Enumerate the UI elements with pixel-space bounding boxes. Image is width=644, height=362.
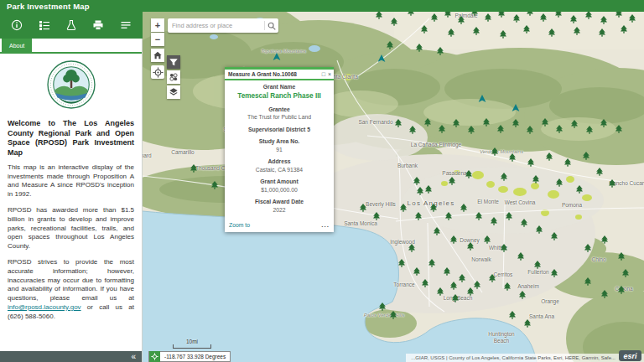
search-input[interactable] — [168, 22, 264, 29]
grant-marker-tree-icon[interactable] — [523, 25, 530, 34]
grant-marker-tree-icon[interactable] — [629, 14, 636, 23]
grant-marker-tree-icon[interactable] — [421, 25, 428, 34]
grant-marker-tree-icon[interactable] — [497, 125, 504, 133]
grant-marker-tree-icon[interactable] — [474, 281, 480, 289]
grant-marker-teal-icon[interactable] — [378, 54, 386, 62]
grant-marker-tree-icon[interactable] — [504, 282, 511, 291]
grant-marker-tree-icon[interactable] — [373, 212, 380, 220]
grant-marker-tree-icon[interactable] — [398, 259, 405, 267]
grant-marker-tree-icon[interactable] — [506, 212, 512, 220]
popup-zoom-to-link[interactable]: Zoom to — [229, 222, 250, 228]
grant-marker-tree-icon[interactable] — [551, 232, 558, 240]
grant-marker-tree-icon[interactable] — [498, 12, 505, 18]
grant-marker-tree-icon[interactable] — [548, 28, 555, 37]
grant-marker-tree-icon[interactable] — [431, 13, 438, 22]
grant-marker-tree-icon[interactable] — [430, 204, 437, 212]
grant-popup-titlebar[interactable]: Measure A Grant No.10068 □ × — [225, 67, 334, 80]
tab-about[interactable]: About — [2, 39, 32, 52]
grant-marker-tree-icon[interactable] — [570, 15, 577, 23]
grant-marker-tree-icon[interactable] — [601, 290, 608, 298]
grant-marker-tree-icon[interactable] — [448, 28, 454, 37]
filter-button[interactable] — [167, 55, 180, 69]
grant-marker-tree-icon[interactable] — [424, 118, 431, 127]
grant-marker-tree-icon[interactable] — [468, 126, 475, 134]
grant-marker-tree-icon[interactable] — [596, 168, 603, 176]
grant-marker-tree-icon[interactable] — [564, 158, 571, 167]
layers-button[interactable] — [167, 85, 180, 99]
grant-marker-tree-icon[interactable] — [500, 30, 506, 39]
grant-marker-tree-icon[interactable] — [622, 269, 629, 277]
grant-marker-tree-icon[interactable] — [574, 27, 580, 35]
grant-marker-tree-icon[interactable] — [517, 252, 524, 261]
grant-marker-tree-icon[interactable] — [459, 274, 465, 282]
grant-marker-tree-icon[interactable] — [509, 311, 516, 319]
email-link[interactable]: info@rposd.lacounty.gov — [8, 303, 81, 311]
grant-marker-tree-icon[interactable] — [422, 279, 428, 287]
grant-marker-tree-icon[interactable] — [556, 125, 563, 133]
search-icon[interactable] — [265, 18, 278, 33]
grant-marker-tree-icon[interactable] — [395, 119, 402, 127]
grant-marker-tree-icon[interactable] — [408, 244, 415, 252]
grant-marker-tree-icon[interactable] — [615, 12, 622, 18]
grant-marker-tree-icon[interactable] — [501, 244, 507, 252]
grant-marker-tree-icon[interactable] — [417, 187, 423, 195]
grant-marker-tree-icon[interactable] — [509, 153, 516, 162]
grant-marker-teal-icon[interactable] — [273, 53, 281, 60]
grant-marker-tree-icon[interactable] — [491, 217, 497, 225]
grant-marker-tree-icon[interactable] — [400, 204, 407, 212]
zoom-in-button[interactable]: + — [151, 18, 164, 32]
grant-marker-tree-icon[interactable] — [458, 16, 465, 24]
grant-marker-tree-icon[interactable] — [521, 219, 527, 227]
grant-marker-tree-icon[interactable] — [391, 18, 397, 26]
grant-marker-tree-icon[interactable] — [409, 126, 416, 134]
popup-more-actions[interactable]: ... — [321, 221, 330, 229]
grant-marker-tree-icon[interactable] — [542, 118, 548, 127]
grant-marker-tree-icon[interactable] — [416, 44, 423, 52]
grant-marker-tree-icon[interactable] — [483, 118, 490, 127]
grant-marker-tree-icon[interactable] — [527, 126, 533, 134]
grant-marker-tree-icon[interactable] — [444, 12, 451, 18]
grant-marker-tree-icon[interactable] — [471, 12, 478, 16]
grant-marker-tree-icon[interactable] — [546, 153, 553, 161]
grant-marker-tree-icon[interactable] — [434, 227, 440, 235]
grant-marker-tree-icon[interactable] — [444, 267, 450, 276]
grant-marker-tree-icon[interactable] — [408, 12, 414, 16]
locate-button[interactable] — [151, 65, 164, 79]
grant-marker-tree-icon[interactable] — [467, 287, 474, 296]
info-icon[interactable] — [8, 17, 25, 34]
grant-marker-tree-icon[interactable] — [450, 282, 457, 290]
grant-marker-tree-icon[interactable] — [532, 175, 539, 184]
grant-marker-tree-icon[interactable] — [485, 13, 491, 22]
coordinate-crosshair-icon[interactable] — [149, 351, 160, 362]
grant-marker-tree-icon[interactable] — [439, 125, 445, 133]
grant-marker-tree-icon[interactable] — [452, 294, 459, 303]
collapse-panel-icon[interactable]: « — [131, 353, 136, 361]
grant-marker-tree-icon[interactable] — [190, 164, 197, 173]
basemap-gallery-button[interactable] — [167, 70, 180, 84]
grant-marker-tree-icon[interactable] — [484, 235, 491, 244]
grant-marker-tree-icon[interactable] — [536, 225, 543, 234]
grant-marker-tree-icon[interactable] — [512, 119, 519, 127]
grant-marker-tree-icon[interactable] — [413, 177, 420, 185]
grant-marker-tree-icon[interactable] — [445, 212, 452, 220]
grant-marker-tree-icon[interactable] — [491, 147, 498, 156]
grant-marker-tree-icon[interactable] — [387, 41, 393, 49]
grant-marker-tree-icon[interactable] — [379, 303, 386, 311]
grant-marker-tree-icon[interactable] — [601, 235, 608, 244]
grant-marker-tree-icon[interactable] — [534, 261, 541, 269]
legend-icon[interactable] — [36, 17, 53, 34]
grant-marker-tree-icon[interactable] — [584, 277, 591, 286]
grant-marker-tree-icon[interactable] — [584, 244, 591, 252]
grant-marker-tree-icon[interactable] — [551, 269, 558, 277]
grant-marker-tree-icon[interactable] — [211, 181, 218, 189]
grant-marker-tree-icon[interactable] — [600, 16, 607, 24]
zoom-out-button[interactable]: − — [151, 33, 164, 46]
grant-marker-tree-icon[interactable] — [467, 242, 474, 251]
grant-marker-tree-icon[interactable] — [425, 185, 432, 194]
grant-marker-tree-icon[interactable] — [618, 286, 625, 294]
grant-marker-tree-icon[interactable] — [449, 177, 455, 185]
grant-marker-tree-icon[interactable] — [609, 179, 615, 188]
grant-marker-tree-icon[interactable] — [527, 158, 534, 167]
grant-marker-tree-icon[interactable] — [621, 25, 627, 34]
grant-marker-tree-icon[interactable] — [513, 14, 520, 23]
